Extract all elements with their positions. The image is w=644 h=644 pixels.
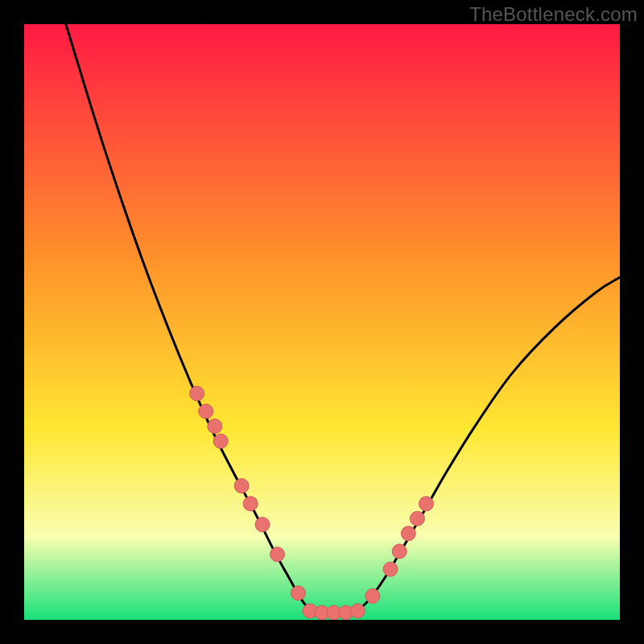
data-dot	[213, 434, 228, 448]
data-dot	[234, 479, 249, 493]
data-dot	[383, 562, 398, 576]
data-dot	[419, 497, 434, 511]
data-dot	[410, 511, 424, 526]
chart-frame	[24, 24, 620, 620]
watermark-text: TheBottleneck.com	[469, 3, 638, 26]
data-dot	[401, 526, 415, 541]
data-dot	[190, 386, 204, 401]
gradient-background	[24, 24, 620, 620]
data-dot	[350, 604, 365, 618]
data-dot	[243, 497, 258, 511]
data-dot	[199, 404, 213, 419]
data-dot	[291, 586, 305, 601]
data-dot	[270, 547, 285, 562]
bottleneck-chart	[24, 24, 620, 620]
data-dot	[208, 419, 222, 434]
data-dot	[392, 544, 407, 559]
data-dot	[365, 588, 380, 603]
data-dot	[255, 518, 270, 532]
